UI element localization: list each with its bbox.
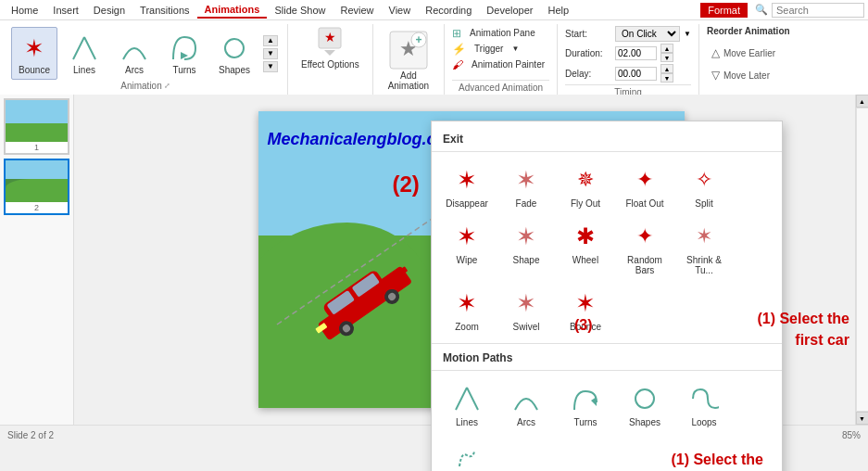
scroll-up-btn[interactable]: ▲ (856, 95, 869, 108)
select-car-hint-text: (1) Select thefirst car (671, 451, 763, 471)
menu-insert[interactable]: Insert (45, 3, 86, 18)
turns-icon (168, 32, 201, 65)
menu-design[interactable]: Design (86, 3, 132, 18)
move-earlier-button[interactable]: △ Move Earlier (707, 44, 790, 62)
animation-pane-row: ⊞ Animation Pane (452, 26, 549, 40)
exit-fade[interactable]: ✶ Fade (498, 159, 554, 212)
scroll-expand[interactable]: ▼ (263, 61, 278, 72)
delay-label: Delay: (565, 69, 611, 79)
duration-down[interactable]: ▼ (660, 53, 673, 62)
delay-row: Delay: ▲ ▼ (565, 64, 691, 83)
bounce-button[interactable]: ✶ Bounce (11, 27, 57, 80)
exit-wipe[interactable]: ✶ Wipe (439, 216, 495, 279)
scroll-track[interactable] (856, 108, 869, 412)
duration-input[interactable] (615, 46, 657, 60)
motion-custom-icon (450, 442, 484, 471)
select-car-annotation: (1) Select the first car (757, 309, 849, 350)
zoom-icon: ✶ (450, 286, 484, 320)
svg-text:★: ★ (324, 30, 336, 45)
exit-flyout[interactable]: ✵ Fly Out (558, 159, 613, 212)
select-car-line1: (1) Select the (757, 311, 849, 326)
motion-turns[interactable]: Turns (558, 378, 613, 431)
animation-group: ✶ Bounce Lines Arcs Turns (4, 24, 288, 95)
exit-shrink[interactable]: ✶ Shrink & Tu... (676, 216, 732, 279)
start-arrow: ▼ (684, 30, 691, 38)
menu-animations[interactable]: Animations (197, 2, 268, 19)
motion-shapes[interactable]: Shapes (617, 378, 673, 431)
delay-up[interactable]: ▲ (660, 64, 673, 73)
animation-expand-icon[interactable]: ⤢ (164, 82, 170, 90)
reorder-group: Reorder Animation △ Move Earlier ▽ Move … (699, 24, 798, 95)
scroll-down[interactable]: ▼ (263, 48, 278, 59)
menu-developer[interactable]: Developer (479, 3, 540, 18)
search-icon: 🔍 (755, 4, 768, 16)
slide-thumb-1[interactable]: 1 (4, 98, 69, 155)
search-input[interactable] (772, 3, 864, 18)
bounce-exit-icon: ✶ (569, 286, 602, 320)
exit-shape[interactable]: ✶ Shape (498, 216, 554, 279)
shapes-icon (218, 32, 251, 65)
timing-group: Start: On Click ▼ Duration: ▲ ▼ Delay: ▲… (558, 24, 699, 95)
add-animation-button[interactable]: ★ + AddAnimation (381, 26, 436, 95)
motion-arcs[interactable]: Arcs (498, 378, 554, 431)
exit-floatout[interactable]: ✦ Float Out (617, 159, 673, 212)
wipe-icon: ✶ (450, 220, 484, 253)
fade-icon: ✶ (509, 163, 543, 197)
slide-num-1: 1 (6, 142, 68, 153)
dropdown-panel: Exit ✶ Disappear ✶ Fade ✵ Fly Out ✦ Floa… (431, 121, 783, 471)
motion-section-title: Motion Paths (432, 348, 782, 371)
swivel-icon: ✶ (509, 286, 543, 320)
exit-items-grid: ✶ Disappear ✶ Fade ✵ Fly Out ✦ Float Out… (432, 156, 782, 339)
svg-line-0 (73, 37, 84, 59)
arcs-button[interactable]: Arcs (111, 28, 157, 79)
turns-button[interactable]: Turns (161, 28, 208, 79)
svg-marker-6 (324, 50, 335, 56)
menu-recording[interactable]: Recording (418, 3, 479, 18)
duration-up[interactable]: ▲ (660, 44, 673, 53)
animation-group-label: Animation ⤢ (120, 81, 170, 93)
motion-lines[interactable]: Lines (439, 378, 495, 431)
add-animation-group: ★ + AddAnimation (373, 24, 445, 95)
exit-disappear[interactable]: ✶ Disappear (439, 159, 495, 212)
menu-slideshow[interactable]: Slide Show (267, 3, 333, 18)
start-select[interactable]: On Click (615, 26, 680, 42)
fade-label: Fade (516, 198, 537, 209)
svg-line-34 (467, 388, 478, 410)
disappear-icon: ✶ (450, 163, 484, 197)
add-animation-label: AddAnimation (388, 70, 429, 91)
lines-button[interactable]: Lines (61, 28, 107, 79)
lines-label: Lines (73, 65, 95, 75)
duration-spin-buttons: ▲ ▼ (660, 44, 673, 62)
randombars-icon: ✦ (628, 220, 661, 253)
animation-pane-button[interactable]: Animation Pane (465, 26, 540, 40)
motion-loops[interactable]: Loops (676, 378, 732, 431)
move-earlier-label: Move Earlier (723, 48, 775, 58)
exit-zoom[interactable]: ✶ Zoom (439, 283, 495, 336)
trigger-button[interactable]: Trigger (470, 42, 508, 56)
exit-randombars[interactable]: ✦ Random Bars (617, 216, 673, 279)
menu-review[interactable]: Review (333, 3, 381, 18)
trigger-arrow: ▼ (511, 45, 519, 53)
menu-help[interactable]: Help (540, 3, 576, 18)
delay-down[interactable]: ▼ (660, 73, 673, 83)
animation-painter-button[interactable]: Animation Painter (467, 57, 549, 71)
effect-options-button[interactable]: ★ Effect Options (294, 26, 367, 73)
exit-wheel[interactable]: ✱ Wheel (558, 216, 613, 279)
scroll-down-btn[interactable]: ▼ (856, 412, 869, 425)
scroll-up[interactable]: ▲ (263, 35, 278, 46)
motion-lines-icon (450, 382, 484, 415)
shapes-button[interactable]: Shapes (211, 28, 258, 79)
menu-view[interactable]: View (382, 3, 419, 18)
menu-transitions[interactable]: Transitions (132, 3, 196, 18)
motion-divider (432, 343, 782, 344)
motion-custom[interactable]: Custom Path (439, 439, 495, 471)
trigger-icon: ⚡ (452, 43, 466, 56)
motion-loops-label: Loops (691, 417, 716, 427)
menu-format[interactable]: Format (700, 3, 748, 18)
exit-split[interactable]: ✧ Split (676, 159, 732, 212)
move-later-button[interactable]: ▽ Move Later (707, 66, 790, 84)
slide-thumb-2[interactable]: 2 (4, 159, 69, 215)
exit-swivel[interactable]: ✶ Swivel (498, 283, 554, 336)
menu-home[interactable]: Home (4, 3, 45, 18)
delay-input[interactable] (615, 67, 657, 81)
